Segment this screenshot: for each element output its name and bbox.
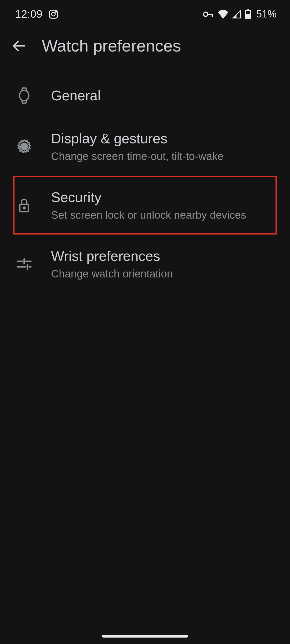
svg-point-1 [52,12,55,16]
sliders-icon [16,256,32,272]
page-title: Watch preferences [42,36,181,55]
svg-point-3 [204,12,208,16]
setting-title: General [51,87,101,104]
svg-rect-8 [246,14,250,19]
watch-icon [16,87,32,104]
settings-list: General Display & gestures Change screen… [0,66,290,293]
setting-subtitle: Change watch orientation [51,268,173,280]
back-button[interactable] [11,38,27,54]
setting-item-security[interactable]: Security Set screen lock or unlock nearb… [13,176,277,235]
svg-rect-7 [247,9,249,10]
setting-text: Wrist preferences Change watch orientati… [51,248,173,280]
battery-percentage: 51% [256,8,277,20]
setting-item-wrist[interactable]: Wrist preferences Change watch orientati… [0,235,290,293]
nav-handle[interactable] [102,635,188,638]
instagram-icon [48,9,59,20]
status-right: 51% [203,8,277,20]
setting-title: Wrist preferences [51,248,173,264]
setting-subtitle: Set screen lock or unlock nearby devices [51,209,246,221]
setting-subtitle: Change screen time-out, tilt-to-wake [51,150,224,162]
setting-text: Security Set screen lock or unlock nearb… [51,189,246,221]
setting-title: Display & gestures [51,130,224,147]
svg-rect-5 [212,14,213,17]
status-time: 12:09 [15,8,43,20]
svg-point-11 [21,143,27,149]
svg-point-13 [23,207,25,209]
status-bar: 12:09 [0,0,290,25]
setting-title: Security [51,189,246,205]
svg-point-2 [55,11,56,12]
lock-icon [16,197,32,213]
signal-icon [232,10,242,19]
svg-point-10 [20,90,29,101]
brightness-icon [16,138,32,155]
setting-text: Display & gestures Change screen time-ou… [51,130,224,162]
battery-icon [245,9,251,19]
setting-item-display[interactable]: Display & gestures Change screen time-ou… [0,117,290,176]
wifi-icon [218,10,229,19]
setting-item-general[interactable]: General [0,74,290,117]
header: Watch preferences [0,25,290,66]
setting-text: General [51,87,101,104]
key-icon [203,11,214,17]
status-left: 12:09 [15,8,59,20]
